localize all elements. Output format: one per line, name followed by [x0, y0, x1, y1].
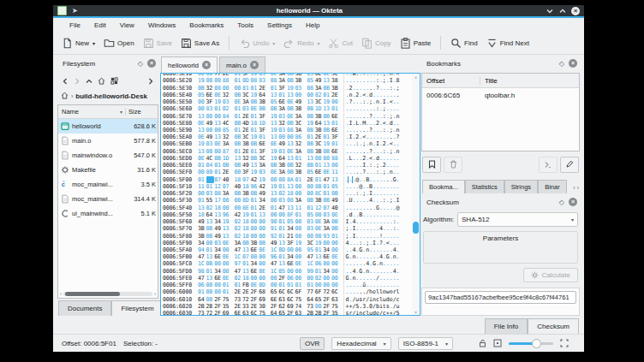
hex-byte[interactable]: 6C	[287, 296, 295, 303]
hex-byte[interactable]: 03	[295, 85, 304, 92]
hex-byte[interactable]: 34	[259, 197, 267, 204]
hex-byte[interactable]: 98	[198, 268, 206, 275]
hex-byte[interactable]: 0E	[223, 253, 231, 260]
hex-byte[interactable]: 3A	[295, 127, 304, 134]
hex-byte[interactable]: 05	[271, 98, 279, 105]
hex-byte[interactable]: 3B	[198, 225, 206, 232]
hex-byte[interactable]: 3F	[259, 127, 267, 134]
paste-button[interactable]: Paste	[397, 35, 434, 51]
tab-file-info[interactable]: File Info	[485, 318, 528, 334]
hex-byte[interactable]: 2F	[214, 296, 223, 303]
hex-byte[interactable]: 96	[271, 253, 279, 260]
hex-byte[interactable]: 75	[295, 296, 304, 303]
hex-byte[interactable]: 38	[331, 77, 340, 84]
hex-byte[interactable]: 19	[271, 183, 279, 190]
hex-byte[interactable]: 0B	[307, 140, 315, 147]
hex-byte[interactable]: 8B	[315, 183, 324, 190]
hex-byte[interactable]: 00	[251, 253, 259, 260]
ascii-column[interactable]: d./usr/include/c	[343, 296, 413, 303]
hex-byte[interactable]: 6C	[278, 288, 287, 295]
ascii-column[interactable]: .......?...:.;.n	[343, 113, 413, 120]
chevron-down-icon[interactable]: ▾	[92, 40, 95, 46]
hex-byte[interactable]: 13	[331, 176, 340, 183]
hex-byte[interactable]: 13	[223, 225, 231, 232]
hex-byte[interactable]: 05	[287, 218, 295, 225]
ascii-column[interactable]: ...:.;.I........	[343, 190, 413, 197]
hex-byte[interactable]: 8E	[242, 205, 251, 211]
hex-byte[interactable]: 0E	[331, 253, 340, 260]
hex-byte[interactable]: 00	[315, 303, 324, 310]
hex-byte[interactable]: 02	[234, 225, 242, 232]
hex-byte[interactable]: 3B	[251, 240, 259, 246]
hex-row[interactable]: 0006:5EC013000087012E013F19030E3A0B3B0B6…	[161, 148, 412, 155]
hex-byte[interactable]: 00	[198, 105, 206, 112]
chevron-down-icon[interactable]: ▾	[317, 40, 319, 46]
hex-byte[interactable]: 86	[295, 134, 304, 140]
hex-byte[interactable]: 2E	[234, 303, 242, 310]
hex-byte[interactable]: 2E	[251, 303, 259, 310]
hex-byte[interactable]: 01	[251, 197, 259, 204]
hex-byte[interactable]: 01	[278, 253, 287, 260]
hex-row[interactable]: 0006:5F4013021800008E012E014713110112074…	[161, 204, 412, 211]
menu-tools[interactable]: Tools	[231, 20, 259, 31]
hex-byte[interactable]: 75	[331, 303, 340, 310]
file-row[interactable]: helloworld628.6 K	[58, 119, 158, 134]
hex-byte[interactable]: 01	[198, 288, 206, 295]
hex-byte[interactable]: 01	[331, 233, 340, 240]
hex-byte[interactable]: 0B	[214, 155, 223, 162]
hex-byte[interactable]: 00	[234, 205, 242, 211]
hex-byte[interactable]: 00	[206, 282, 215, 288]
hex-byte[interactable]: 00	[295, 183, 304, 190]
hex-row[interactable]: 0006:5E600083010201030E0B0B3A0B3B0B1D130…	[161, 105, 412, 112]
breadcrumb[interactable]: › build-helloworld-Desk	[57, 88, 159, 104]
ascii-column[interactable]: ....@..B........	[343, 183, 413, 190]
hex-byte[interactable]: 3A	[295, 148, 304, 155]
calculate-button[interactable]: Calculate	[523, 268, 578, 282]
hex-row[interactable]: 0006:5F803B0B491302180000920121000000930…	[161, 232, 412, 239]
hex-byte[interactable]: 0B	[307, 105, 315, 112]
hex-byte[interactable]: 01	[331, 140, 340, 147]
hex-byte[interactable]: 3A	[278, 105, 287, 112]
hex-row[interactable]: 0006:5EF00089012E003F19030E3A0B3B056E0E1…	[161, 169, 412, 175]
hex-byte[interactable]: 00	[331, 275, 340, 282]
hex-byte[interactable]: 01	[315, 176, 324, 183]
hex-byte[interactable]: 00	[315, 211, 324, 218]
close-panel-icon[interactable]: ×	[569, 59, 577, 68]
hex-byte[interactable]: 8C	[315, 190, 324, 197]
hex-byte[interactable]: 01	[331, 105, 340, 112]
tab-documents[interactable]: Documents	[58, 300, 111, 316]
hex-byte[interactable]: 47	[198, 275, 206, 282]
hex-byte[interactable]: 13	[214, 211, 223, 218]
hex-byte[interactable]: 88	[223, 77, 231, 84]
hex-byte[interactable]: 3C	[259, 155, 267, 162]
hex-byte[interactable]: 34	[323, 268, 331, 275]
hex-byte[interactable]: 00	[198, 98, 206, 105]
hex-byte[interactable]: 01	[234, 105, 242, 112]
hex-byte[interactable]: 3C	[242, 92, 251, 98]
hex-byte[interactable]: 73	[307, 303, 315, 310]
hex-byte[interactable]: 00	[271, 211, 279, 218]
hex-byte[interactable]: 00	[214, 127, 223, 134]
hex-byte[interactable]: 01	[214, 162, 223, 169]
hex-byte[interactable]: 01	[307, 134, 315, 140]
hex-byte[interactable]: 0B	[251, 190, 259, 197]
file-list-header[interactable]: Name▾ Size	[58, 105, 158, 119]
menu-settings[interactable]: Settings	[261, 20, 298, 31]
file-row[interactable]: Makefile31.6 K	[58, 163, 158, 177]
hex-row[interactable]: 0006:5E7013000084012E013F19030E3A0B3B0B6…	[161, 112, 412, 119]
ascii-column[interactable]: .2.......?...:.;	[343, 85, 413, 92]
hex-byte[interactable]: 00	[307, 233, 315, 240]
hex-byte[interactable]: 01	[198, 176, 206, 183]
hex-cursor[interactable]: 12	[206, 176, 215, 183]
hex-row[interactable]: 0006:5ED00E4C0B1D13320B3C196413011300008…	[161, 155, 412, 162]
char-coding-select[interactable]: ISO-8859-1▾	[398, 337, 453, 350]
hex-row[interactable]: 0006:5E40056E0E320B3C1964130113000082012…	[161, 92, 412, 98]
hex-byte[interactable]: 0B	[331, 225, 340, 232]
home-icon[interactable]	[98, 73, 105, 88]
hex-byte[interactable]: 97	[234, 260, 242, 267]
document-tab-main.o[interactable]: main.o×	[219, 56, 265, 73]
hex-byte[interactable]: 00	[295, 246, 304, 253]
hex-byte[interactable]: 90	[271, 218, 279, 225]
hex-byte[interactable]: 40	[331, 205, 340, 211]
hex-byte[interactable]: 0E	[259, 246, 267, 253]
